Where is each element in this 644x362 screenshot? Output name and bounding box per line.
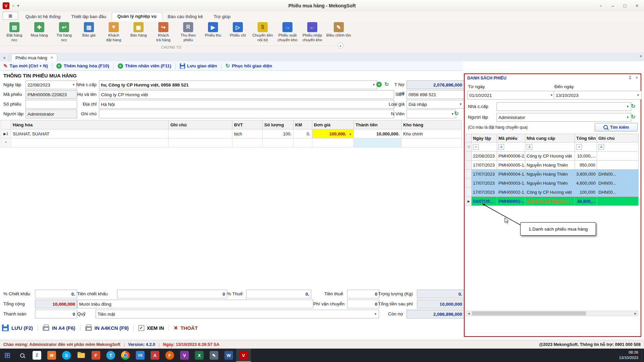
start-button[interactable]: ⊞ <box>0 349 15 362</box>
taskbar-chrome-icon[interactable] <box>118 349 133 362</box>
taskbar-firefox-icon[interactable]: F <box>162 349 177 362</box>
taskbar-file-explorer-icon[interactable] <box>74 349 89 362</box>
cell-km[interactable]: 0. <box>293 129 312 138</box>
ribbon-item-chuyen-tien-noi-bo[interactable]: $Chuyển tiền nội bộ <box>250 21 275 43</box>
fund-select[interactable]: Tiền mặt▼ <box>96 310 379 318</box>
ribbon-item-phieu-xuat-chuyen-kho[interactable]: →Phiếu xuất chuyển kho <box>275 21 300 43</box>
cell-km[interactable] <box>293 138 312 147</box>
chevron-down-icon[interactable]: ▼ <box>637 94 640 97</box>
window-close-button[interactable]: × <box>631 1 643 10</box>
filter-eq-icon[interactable]: = <box>576 144 582 150</box>
restore-layout-button[interactable]: ↻Phục hồi giao diện <box>225 63 272 69</box>
col-don-gia[interactable]: Đơn giá <box>312 120 354 129</box>
show-desktop-button[interactable] <box>642 349 644 362</box>
col-thanh-tien[interactable]: Thành tiền <box>354 120 401 129</box>
col-dvt[interactable]: ĐVT <box>232 120 263 129</box>
checkbox-checked-icon[interactable]: ✓ <box>139 325 144 331</box>
tab-phieu-mua-hang[interactable]: Phiếu mua hàng × <box>11 54 57 61</box>
menu-tab-quan-ly-nghiep-vu[interactable]: Quản lý nghiệp vụ <box>112 12 162 20</box>
taskbar-foxit-icon[interactable]: F <box>89 349 103 362</box>
cell-warehouse[interactable]: Kho chính <box>401 129 462 138</box>
po-grid-filter-row[interactable]: ▽ = A A = A <box>466 142 639 152</box>
search-button[interactable]: Tìm kiếm <box>595 123 638 131</box>
window-minimize-button[interactable]: – <box>607 1 619 10</box>
add-employee-button[interactable]: +Thêm nhân viên (F11) <box>118 63 171 69</box>
cell-unit-price[interactable]: 100,000. ▼ <box>312 129 354 138</box>
ribbon-item-ban-hang[interactable]: ▣Bán hàng <box>126 21 151 39</box>
sdt-input[interactable]: 0956 898 521 <box>407 90 464 99</box>
ribbon-item-tra-hang-ncc[interactable]: ↩Trả hàng ncc <box>52 21 76 43</box>
ribbon-collapse-button[interactable]: ▴ <box>337 43 343 49</box>
filter-text-icon[interactable]: A <box>527 144 532 150</box>
tabstrip-close-button[interactable]: × <box>639 54 642 59</box>
po-col-tong-tien[interactable]: Tổng tiền <box>575 134 597 142</box>
ribbon-item-phieu-nhap-chuyen-kho[interactable]: ←Phiếu nhập chuyển kho <box>300 21 325 43</box>
taskbar-vscode-icon[interactable]: VS <box>133 349 148 362</box>
chevron-down-icon[interactable]: ▼ <box>374 312 377 316</box>
save-layout-button[interactable]: Lưu giao diện <box>180 63 217 69</box>
menu-tab-bao-cao-thong-ke[interactable]: Báo cáo thống kê <box>162 13 208 20</box>
to-date-input[interactable]: 13/10/2023▼ <box>554 91 642 100</box>
cell-unit-price[interactable] <box>312 138 354 147</box>
pin-icon[interactable]: ↧ <box>628 75 632 80</box>
cell-qty[interactable]: 100. <box>263 129 293 138</box>
supplier-filter-select[interactable]: ▼ <box>496 102 631 111</box>
print-a4-button[interactable]: IN A4 (F6) <box>43 325 75 331</box>
window-maximize-button[interactable]: □ <box>619 1 631 10</box>
col-km[interactable]: KM <box>293 120 312 129</box>
creator-filter-select[interactable]: Administrator▼ <box>496 113 631 122</box>
ribbon-item-dat-hang-ncc[interactable]: ▤Đặt hàng ncc <box>2 21 27 43</box>
create-new-button[interactable]: ✎Tạo mới (Ctrl + N) <box>3 63 48 69</box>
cell-qty[interactable] <box>263 138 293 147</box>
chevron-down-icon[interactable]: ▼ <box>626 105 629 108</box>
scroll-right-icon[interactable]: ▶ <box>633 311 638 316</box>
chevron-down-icon[interactable]: ▼ <box>349 133 352 136</box>
add-supplier-icon[interactable]: + <box>376 82 382 87</box>
item-new-row[interactable]: * <box>1 138 462 147</box>
taskbar-excel-icon[interactable]: X <box>192 349 207 362</box>
taskbar-clock[interactable]: 08:26 13/10/2023 <box>619 350 642 360</box>
taskbar-mail-icon[interactable]: ✉ <box>44 349 59 362</box>
cell-unit[interactable] <box>232 138 263 147</box>
cell-note[interactable] <box>169 129 232 138</box>
taskbar-search-icon[interactable] <box>15 349 30 362</box>
ribbon-item-mua-hang[interactable]: ✚Mua hàng <box>27 21 52 39</box>
window-fit-button[interactable]: ▫ <box>595 1 606 10</box>
paid-input[interactable]: 0 <box>35 310 77 318</box>
taskbar-mekongsoft-icon[interactable]: V <box>236 349 251 362</box>
cell-product[interactable]: SUAHAT, SUAHAT <box>11 129 169 138</box>
refresh-supplier-filter-icon[interactable]: ↻ <box>631 104 635 109</box>
cell-note[interactable] <box>169 138 232 147</box>
col-ghi-chu[interactable]: Ghi chú <box>169 120 232 129</box>
discount-input[interactable]: 0 <box>117 290 227 298</box>
exit-button[interactable]: ×THOÁT <box>174 324 198 331</box>
loai-gia-select[interactable]: Giá nhập▼ <box>407 100 464 109</box>
n-vien-select[interactable]: ▼ <box>407 110 456 118</box>
col-kho-hang[interactable]: Kho hàng <box>401 120 462 129</box>
taskbar-notepad-icon[interactable]: ✎ <box>207 349 221 362</box>
application-menu-button[interactable]: ▦ <box>3 12 18 20</box>
po-row[interactable]: 17/07/2023PMH00003-1...Nguyễn Hoàng Thiê… <box>466 179 639 188</box>
shipping-fee-input[interactable]: 0 <box>347 300 379 308</box>
scrollbar-thumb[interactable] <box>472 311 586 315</box>
item-row[interactable]: ▶1 SUAHAT, SUAHAT bịch 100. 0. 100,000. … <box>1 129 462 138</box>
refresh-creator-filter-icon[interactable]: ↻ <box>631 114 635 120</box>
cell-unit[interactable]: bịch <box>232 129 263 138</box>
po-row[interactable]: 17/07/2023PMH00004-1...Nguyễn Hoàng Thiê… <box>466 170 639 179</box>
taskbar-zalo-icon[interactable]: Z <box>30 349 44 362</box>
close-tab-button[interactable]: × <box>0 54 9 61</box>
chevron-down-icon[interactable]: ▼ <box>626 116 629 119</box>
menu-tab-quan-tri-he-thong[interactable]: Quản trị hệ thống <box>20 13 66 20</box>
col-hang-hoa[interactable]: Hàng hóa <box>11 120 169 129</box>
po-col-ngay-lap[interactable]: Ngày lập <box>472 134 497 142</box>
chevron-down-icon[interactable]: ▼ <box>372 83 375 86</box>
filter-text-icon[interactable]: A <box>498 144 504 150</box>
preview-checkbox[interactable]: ✓XEM IN <box>139 325 164 331</box>
taskbar-app-red-icon[interactable]: A <box>148 349 162 362</box>
menu-tab-tro-giup[interactable]: Trợ giúp <box>208 13 236 20</box>
taskbar-word-icon[interactable]: W <box>221 349 236 362</box>
from-date-input[interactable]: 01/10/2021▼ <box>467 91 555 100</box>
cell-product[interactable] <box>11 138 169 147</box>
ho-va-ten-input[interactable]: Công ty CP Hương việt <box>99 90 394 99</box>
cell-warehouse[interactable] <box>401 138 462 147</box>
